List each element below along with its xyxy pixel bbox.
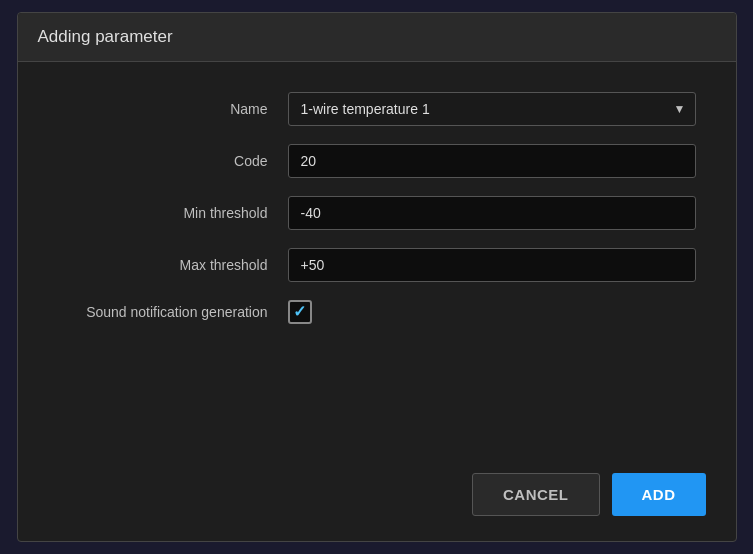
sound-notification-checkbox-wrapper: ✓ [288, 300, 312, 324]
add-button[interactable]: ADD [612, 473, 706, 516]
max-threshold-label: Max threshold [58, 257, 288, 273]
name-select[interactable]: 1-wire temperature 1 1-wire temperature … [288, 92, 696, 126]
min-threshold-label: Min threshold [58, 205, 288, 221]
dialog-footer: CANCEL ADD [18, 458, 736, 541]
adding-parameter-dialog: Adding parameter Name 1-wire temperature… [17, 12, 737, 542]
min-threshold-row: Min threshold [58, 196, 696, 230]
dialog-body: Name 1-wire temperature 1 1-wire tempera… [18, 62, 736, 458]
max-threshold-row: Max threshold [58, 248, 696, 282]
name-row: Name 1-wire temperature 1 1-wire tempera… [58, 92, 696, 126]
code-input[interactable] [288, 144, 696, 178]
cancel-button[interactable]: CANCEL [472, 473, 600, 516]
sound-notification-row: Sound notification generation ✓ [58, 300, 696, 324]
checkmark-icon: ✓ [293, 304, 306, 320]
code-label: Code [58, 153, 288, 169]
name-label: Name [58, 101, 288, 117]
code-row: Code [58, 144, 696, 178]
name-select-wrapper: 1-wire temperature 1 1-wire temperature … [288, 92, 696, 126]
dialog-title: Adding parameter [18, 13, 736, 62]
max-threshold-input[interactable] [288, 248, 696, 282]
sound-notification-label: Sound notification generation [58, 304, 288, 320]
min-threshold-input[interactable] [288, 196, 696, 230]
sound-notification-checkbox[interactable]: ✓ [288, 300, 312, 324]
